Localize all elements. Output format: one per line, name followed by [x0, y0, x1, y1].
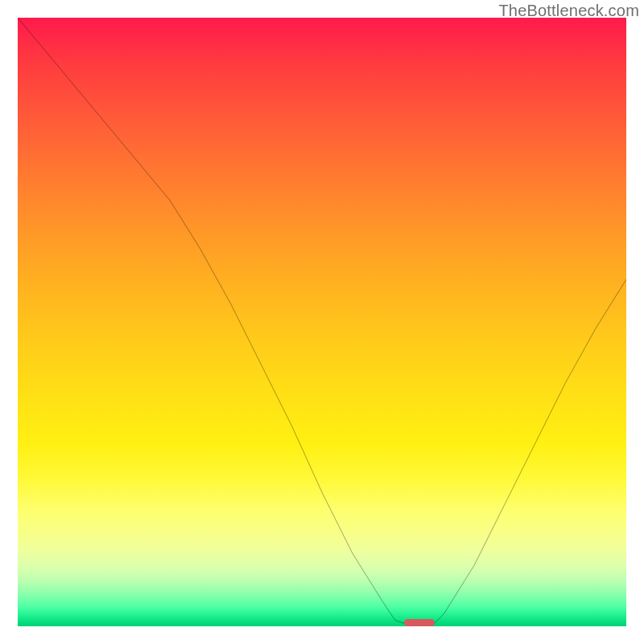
minimum-marker: [404, 619, 435, 626]
chart-frame: TheBottleneck.com: [0, 0, 644, 644]
bottleneck-curve: [18, 18, 626, 626]
attribution-text: TheBottleneck.com: [498, 2, 639, 20]
